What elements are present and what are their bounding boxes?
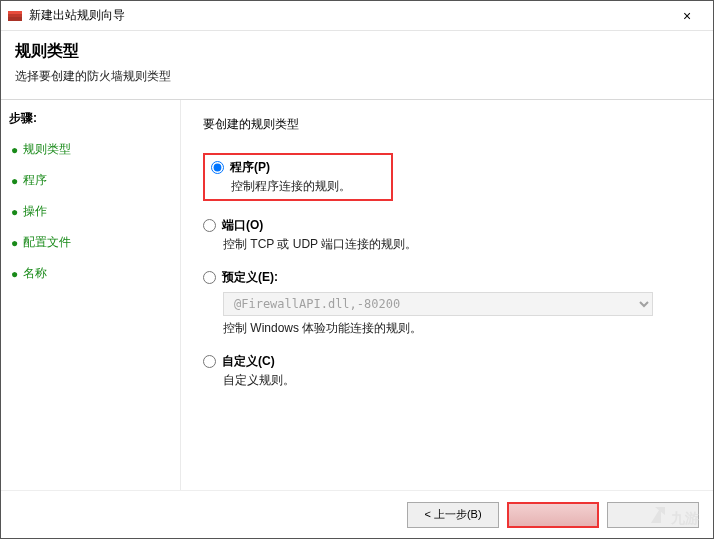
steps-heading: 步骤: <box>9 110 172 127</box>
wizard-footer: < 上一步(B) <box>1 490 713 538</box>
title-bar: 新建出站规则向导 × <box>1 1 713 31</box>
wizard-body: 步骤: ● 规则类型 ● 程序 ● 操作 ● 配置文件 ● 名称 <box>1 100 713 490</box>
option-predefined-desc: 控制 Windows 体验功能连接的规则。 <box>223 320 691 337</box>
option-predefined-label[interactable]: 预定义(E): <box>222 269 278 286</box>
content-heading: 要创建的规则类型 <box>203 116 691 133</box>
svg-rect-2 <box>8 17 22 21</box>
wizard-header: 规则类型 选择要创建的防火墙规则类型 <box>1 31 713 100</box>
option-port-label[interactable]: 端口(O) <box>222 217 263 234</box>
step-label: 操作 <box>23 203 47 220</box>
step-action[interactable]: ● 操作 <box>9 199 172 224</box>
option-program: 程序(P) 控制程序连接的规则。 <box>203 153 393 201</box>
option-program-label[interactable]: 程序(P) <box>230 159 270 176</box>
step-bullet-icon: ● <box>11 267 23 281</box>
page-title: 规则类型 <box>15 41 699 62</box>
step-program[interactable]: ● 程序 <box>9 168 172 193</box>
wizard-window: 新建出站规则向导 × 规则类型 选择要创建的防火墙规则类型 步骤: ● 规则类型… <box>0 0 714 539</box>
svg-rect-1 <box>8 11 22 14</box>
next-button[interactable] <box>507 502 599 528</box>
cancel-button[interactable] <box>607 502 699 528</box>
step-bullet-icon: ● <box>11 236 23 250</box>
predefined-combo-wrap: @FirewallAPI.dll,-80200 <box>223 292 691 316</box>
option-program-desc: 控制程序连接的规则。 <box>231 178 385 195</box>
option-custom-desc: 自定义规则。 <box>223 372 691 389</box>
step-label: 程序 <box>23 172 47 189</box>
step-name[interactable]: ● 名称 <box>9 261 172 286</box>
option-custom-label[interactable]: 自定义(C) <box>222 353 275 370</box>
option-port-desc: 控制 TCP 或 UDP 端口连接的规则。 <box>223 236 691 253</box>
radio-program[interactable] <box>211 161 224 174</box>
predefined-dropdown[interactable]: @FirewallAPI.dll,-80200 <box>223 292 653 316</box>
step-rule-type[interactable]: ● 规则类型 <box>9 137 172 162</box>
page-subtitle: 选择要创建的防火墙规则类型 <box>15 68 699 85</box>
option-custom: 自定义(C) 自定义规则。 <box>203 353 691 389</box>
step-bullet-icon: ● <box>11 205 23 219</box>
step-label: 配置文件 <box>23 234 71 251</box>
radio-predefined[interactable] <box>203 271 216 284</box>
step-profile[interactable]: ● 配置文件 <box>9 230 172 255</box>
wizard-content: 要创建的规则类型 程序(P) 控制程序连接的规则。 端口(O) 控制 TCP 或… <box>181 100 713 490</box>
step-label: 名称 <box>23 265 47 282</box>
back-button[interactable]: < 上一步(B) <box>407 502 499 528</box>
step-bullet-icon: ● <box>11 174 23 188</box>
steps-sidebar: 步骤: ● 规则类型 ● 程序 ● 操作 ● 配置文件 ● 名称 <box>1 100 181 490</box>
firewall-icon <box>7 8 23 24</box>
radio-custom[interactable] <box>203 355 216 368</box>
radio-port[interactable] <box>203 219 216 232</box>
step-label: 规则类型 <box>23 141 71 158</box>
step-bullet-icon: ● <box>11 143 23 157</box>
window-title: 新建出站规则向导 <box>29 7 667 24</box>
option-predefined: 预定义(E): @FirewallAPI.dll,-80200 控制 Windo… <box>203 269 691 337</box>
close-button[interactable]: × <box>667 8 707 24</box>
option-port: 端口(O) 控制 TCP 或 UDP 端口连接的规则。 <box>203 217 691 253</box>
